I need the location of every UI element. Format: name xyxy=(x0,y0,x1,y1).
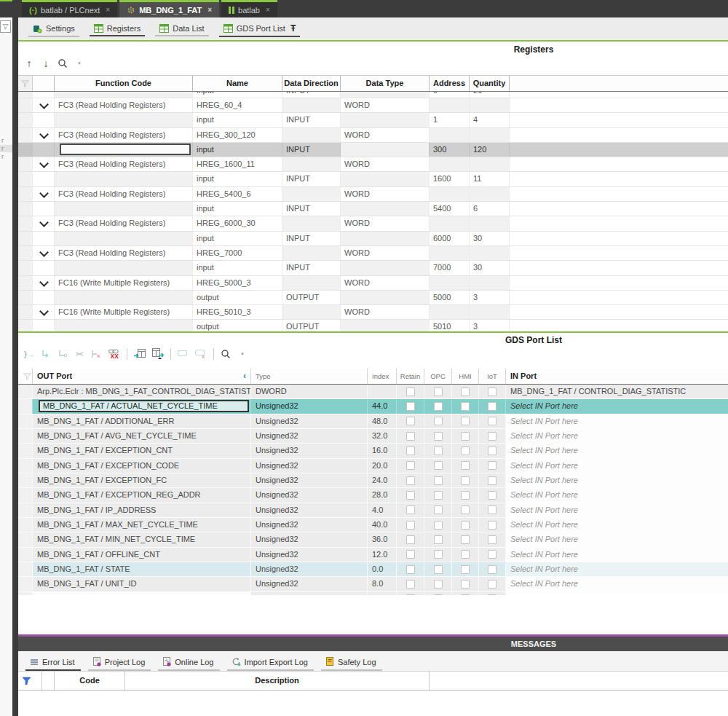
disconnect-delete-button[interactable]: x xyxy=(91,348,101,360)
iot-checkbox[interactable] xyxy=(488,535,496,544)
register-row[interactable]: inputINPUT700030 xyxy=(18,261,728,275)
hmi-checkbox[interactable] xyxy=(461,387,470,396)
move-down-button[interactable]: ↓ xyxy=(41,58,51,69)
retain-cell[interactable] xyxy=(397,532,424,546)
in-port-cell[interactable]: Select IN Port here xyxy=(506,548,728,562)
data-type-cell[interactable]: WORD xyxy=(341,157,430,171)
function-code-cell[interactable]: FC16 (Write Multiple Registers) xyxy=(55,276,193,290)
data-direction-cell[interactable]: OUTPUT xyxy=(282,291,341,304)
quantity-cell[interactable]: 6 xyxy=(470,202,510,216)
document-tab-batlab-plcnext[interactable]: (·)batlab / PLCnext× xyxy=(22,0,117,17)
opc-checkbox[interactable] xyxy=(434,387,443,396)
function-code-cell[interactable]: FC3 (Read Holding Registers) xyxy=(55,157,193,171)
out-port-cell[interactable]: MB_DNG_1_FAT / EXCEPTION_CODE xyxy=(33,459,251,473)
opc-cell[interactable] xyxy=(424,414,452,428)
name-cell[interactable]: HREG_6000_30 xyxy=(193,216,282,230)
iot-cell[interactable] xyxy=(479,562,506,576)
iot-checkbox[interactable] xyxy=(488,476,496,485)
gds-port-row[interactable]: MB_DNG_1_FAT / EXCEPTION_REG_ADDRUnsigne… xyxy=(18,488,728,503)
out-port-cell[interactable]: MB_DNG_1_FAT / MAX_NET_CYCLE_TIME xyxy=(33,518,251,532)
in-port-cell[interactable]: Select IN Port here xyxy=(506,473,728,487)
retain-checkbox[interactable] xyxy=(406,550,415,559)
collapse-column-icon[interactable]: ‹ xyxy=(243,369,246,384)
iot-checkbox[interactable] xyxy=(488,550,496,559)
quantity-cell[interactable]: 3 xyxy=(470,320,510,331)
retain-checkbox[interactable] xyxy=(406,491,415,500)
quantity-cell[interactable]: 30 xyxy=(470,232,510,245)
gds-port-row[interactable]: Arp.Plc.Eclr : MB_DNG_1_FAT_CONTROL_DIAG… xyxy=(18,385,728,399)
data-type-cell[interactable] xyxy=(341,143,430,157)
quantity-cell[interactable]: 11 xyxy=(470,172,510,186)
gds-port-row[interactable]: Select OUT Port hereSelect IN Port here xyxy=(18,592,728,595)
name-cell[interactable]: HREG_1600_11 xyxy=(193,157,282,171)
gds-port-row[interactable]: MB_DNG_1_FAT / EXCEPTION_CNTUnsigned3216… xyxy=(18,444,728,458)
gds-port-row[interactable]: MB_DNG_1_FAT / UNIT_IDUnsigned328.0Selec… xyxy=(18,577,728,591)
chevron-down-icon[interactable] xyxy=(39,248,49,257)
address-cell[interactable]: 1600 xyxy=(430,172,470,186)
iot-cell[interactable] xyxy=(479,488,506,502)
name-cell[interactable]: HREG_300_120 xyxy=(193,128,282,142)
in-port-cell[interactable]: Select IN Port here xyxy=(506,429,728,443)
quantity-cell[interactable] xyxy=(470,305,510,319)
data-type-cell[interactable] xyxy=(341,261,430,275)
register-row[interactable]: FC16 (Write Multiple Registers)HREG_5010… xyxy=(18,305,728,320)
gds-port-row[interactable]: MB_DNG_1_FAT / STATEUnsigned320.0Select … xyxy=(18,562,728,577)
retain-cell[interactable] xyxy=(397,473,424,487)
in-port-cell[interactable]: Select IN Port here xyxy=(506,577,728,591)
hmi-checkbox[interactable] xyxy=(461,594,470,595)
iot-checkbox[interactable] xyxy=(488,565,496,574)
focused-cell[interactable] xyxy=(60,143,191,156)
hmi-cell[interactable] xyxy=(452,532,479,546)
data-type-cell[interactable]: WORD xyxy=(341,216,430,230)
iot-checkbox[interactable] xyxy=(488,417,496,425)
register-row[interactable]: outputOUTPUT50103 xyxy=(18,320,728,331)
data-direction-cell[interactable] xyxy=(282,216,341,230)
out-port-cell[interactable]: MB_DNG_1_FAT / OFFLINE_CNT xyxy=(33,548,251,562)
iot-checkbox[interactable] xyxy=(488,387,496,396)
dropdown-small-button[interactable]: ▾ xyxy=(237,348,248,360)
opc-checkbox[interactable] xyxy=(434,565,443,574)
hmi-checkbox[interactable] xyxy=(461,565,470,574)
iot-cell[interactable] xyxy=(479,532,506,546)
register-row[interactable]: inputINPUT600030 xyxy=(18,232,728,246)
comment-button[interactable] xyxy=(178,348,189,360)
function-code-cell[interactable]: FC3 (Read Holding Registers) xyxy=(55,216,193,230)
opc-cell[interactable] xyxy=(424,503,452,517)
tree-item-fragment[interactable]: r xyxy=(0,145,12,152)
hmi-cell[interactable] xyxy=(452,444,479,457)
retain-cell[interactable] xyxy=(397,459,424,473)
data-direction-cell[interactable] xyxy=(282,98,341,112)
close-icon[interactable]: × xyxy=(106,6,110,14)
data-direction-cell[interactable] xyxy=(282,305,341,319)
iot-cell[interactable] xyxy=(479,473,506,487)
hmi-cell[interactable] xyxy=(452,548,479,562)
close-icon[interactable]: × xyxy=(266,6,270,14)
name-cell[interactable]: input xyxy=(193,92,282,98)
opc-cell[interactable] xyxy=(424,577,452,591)
tree-item-fragment[interactable]: r xyxy=(1,137,4,144)
retain-checkbox[interactable] xyxy=(406,594,415,595)
iot-cell[interactable] xyxy=(479,577,506,591)
in-port-cell[interactable]: Select IN Port here xyxy=(506,503,728,517)
left-filter-box[interactable] xyxy=(0,20,11,33)
filter-icon[interactable] xyxy=(18,76,33,91)
data-type-cell[interactable]: WORD xyxy=(341,276,430,290)
hmi-cell[interactable] xyxy=(452,562,479,576)
retain-cell[interactable] xyxy=(397,414,424,428)
quantity-cell[interactable] xyxy=(470,128,510,142)
function-code-cell[interactable] xyxy=(55,261,193,275)
address-cell[interactable] xyxy=(430,128,470,142)
quantity-cell[interactable] xyxy=(470,276,510,290)
iot-cell[interactable] xyxy=(479,444,506,457)
opc-cell[interactable] xyxy=(424,562,452,576)
opc-cell[interactable] xyxy=(424,488,452,502)
retain-cell[interactable] xyxy=(397,399,424,413)
out-port-cell[interactable]: MB_DNG_1_FAT / ADDITIONAL_ERR xyxy=(33,414,251,428)
iot-cell[interactable] xyxy=(479,548,506,562)
opc-cell[interactable] xyxy=(424,385,452,398)
opc-checkbox[interactable] xyxy=(434,432,443,441)
gds-port-row[interactable]: MB_DNG_1_FAT / MIN_NET_CYCLE_TIMEUnsigne… xyxy=(18,532,728,547)
in-port-cell[interactable]: Select IN Port here xyxy=(506,414,728,428)
quantity-cell[interactable]: 21 xyxy=(470,92,510,98)
expand-cell[interactable] xyxy=(33,98,55,112)
